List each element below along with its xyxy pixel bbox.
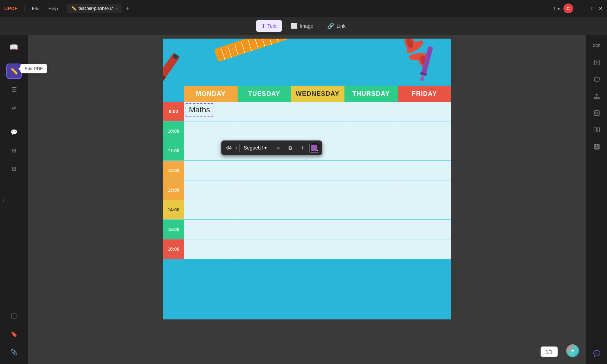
cell-9-thursday[interactable]	[344, 102, 398, 121]
sidebar-item-comment[interactable]: 💬	[6, 124, 22, 140]
main-layout: 📖 ✏️ ☰ ⇄ 💬 ⊞ ⊟ ◫ 🔖 📎 Edit PDF 64 ▾	[0, 35, 607, 364]
cell-12-thursday[interactable]	[344, 161, 398, 180]
canvas-area[interactable]: 64 ▾ SegoeUI ▾ ≡ B I	[28, 35, 586, 364]
text-tool-btn[interactable]: 𝐓 Text	[256, 20, 282, 32]
maximize-btn[interactable]: □	[592, 6, 594, 11]
sidebar-divider-1	[7, 59, 21, 59]
save-right-btn[interactable]	[590, 140, 603, 153]
cell-13-tuesday[interactable]	[238, 180, 291, 200]
cell-10-wednesday[interactable]	[291, 121, 344, 141]
cell-13-monday[interactable]	[184, 180, 238, 200]
share-btn[interactable]	[590, 90, 603, 102]
cell-14-tuesday[interactable]	[238, 200, 291, 219]
cell-9-monday[interactable]: Maths	[184, 102, 238, 121]
font-size-arrow[interactable]: ▾	[235, 146, 237, 150]
sidebar-item-compare[interactable]: ⊟	[6, 161, 22, 176]
link-tool-icon: 🔗	[327, 22, 334, 29]
sidebar-item-bookmark[interactable]: 🔖	[6, 326, 22, 342]
file-menu[interactable]: File	[29, 5, 42, 13]
bold-btn[interactable]: B	[285, 143, 295, 153]
time-cells-10	[184, 121, 451, 141]
cell-14-wednesday[interactable]	[291, 200, 344, 219]
close-btn[interactable]: ✕	[599, 6, 603, 11]
cell-13-thursday[interactable]	[344, 180, 398, 200]
cell-13-wednesday[interactable]	[291, 180, 344, 200]
align-btn[interactable]: ≡	[273, 143, 283, 153]
sidebar-divider-2	[7, 120, 21, 120]
cell-14-thursday[interactable]	[344, 200, 398, 219]
cell-10-friday[interactable]	[398, 121, 451, 141]
cell-16-friday[interactable]	[398, 239, 451, 259]
ai-assistant-btn[interactable]: ✦	[566, 344, 579, 357]
text-tool-label: Text	[267, 23, 277, 29]
italic-btn[interactable]: I	[297, 143, 307, 153]
cell-10-thursday[interactable]	[344, 121, 398, 141]
tab-close-btn[interactable]: ×	[116, 6, 118, 11]
font-size-value: 64	[224, 145, 234, 151]
svg-point-39	[596, 353, 597, 353]
font-name-arrow[interactable]: ▾	[264, 145, 267, 151]
sidebar-item-stamp[interactable]: ⊞	[6, 143, 22, 158]
user-avatar[interactable]: C	[563, 4, 573, 13]
cell-15-wednesday[interactable]	[291, 220, 344, 239]
sidebar-item-edit[interactable]: ✏️	[6, 64, 22, 79]
cell-12-tuesday[interactable]	[238, 161, 291, 180]
cell-15-tuesday[interactable]	[238, 220, 291, 239]
cell-13-friday[interactable]	[398, 180, 451, 200]
new-tab-btn[interactable]: +	[123, 5, 131, 12]
cell-15-friday[interactable]	[398, 220, 451, 239]
cell-12-wednesday[interactable]	[291, 161, 344, 180]
compress-btn[interactable]	[590, 107, 603, 119]
cell-9-tuesday[interactable]	[238, 102, 291, 121]
cell-10-tuesday[interactable]	[238, 121, 291, 141]
cell-9-wednesday[interactable]	[291, 102, 344, 121]
cell-10-monday[interactable]	[184, 121, 238, 141]
cell-16-wednesday[interactable]	[291, 239, 344, 259]
extract-btn[interactable]	[590, 56, 603, 69]
time-label-13: 13:00	[163, 180, 184, 200]
svg-point-38	[595, 353, 596, 353]
page-arrow-icon[interactable]: ▾	[557, 6, 560, 11]
cell-12-friday[interactable]	[398, 161, 451, 180]
svg-rect-37	[595, 147, 599, 148]
cell-16-thursday[interactable]	[344, 239, 398, 259]
svg-point-32	[596, 112, 598, 114]
cell-12-monday[interactable]	[184, 161, 238, 180]
tab-teacher-planner[interactable]: ✏️ teacher-planner-1* ×	[67, 4, 122, 13]
sidebar-item-read[interactable]: 📖	[6, 39, 22, 55]
protect-btn[interactable]	[590, 73, 603, 86]
color-btn[interactable]: ▾	[309, 143, 319, 153]
cell-15-thursday[interactable]	[344, 220, 398, 239]
sidebar-item-attachment[interactable]: 📎	[6, 344, 22, 360]
maths-text-cell[interactable]: Maths	[186, 103, 214, 117]
ocr-btn[interactable]: OCR	[590, 39, 603, 52]
help-menu[interactable]: Help	[46, 5, 61, 13]
time-row-14: 14:00	[163, 200, 451, 220]
cell-14-monday[interactable]	[184, 200, 238, 219]
cell-9-friday[interactable]	[398, 102, 451, 121]
cell-15-monday[interactable]	[184, 220, 238, 239]
minimize-btn[interactable]: —	[582, 6, 587, 11]
font-name-selector[interactable]: SegoeUI ▾	[242, 144, 269, 151]
italic-icon: I	[302, 145, 303, 151]
svg-rect-30	[594, 97, 599, 99]
cell-16-tuesday[interactable]	[238, 239, 291, 259]
sidebar-item-layers[interactable]: ◫	[6, 308, 22, 323]
time-cells-16	[184, 239, 451, 259]
time-row-12: 12:00	[163, 161, 451, 180]
sidebar-item-organize[interactable]: ☰	[6, 82, 22, 97]
text-tool-icon: 𝐓	[261, 23, 265, 29]
time-row-13: 13:00	[163, 180, 451, 200]
cell-16-monday[interactable]	[184, 239, 238, 259]
ai-right-btn[interactable]	[590, 347, 603, 360]
compare-right-btn[interactable]	[590, 124, 603, 136]
sidebar-item-convert[interactable]: ⇄	[6, 100, 22, 115]
image-tool-btn[interactable]: ⬜ Image	[285, 20, 319, 32]
link-tool-btn[interactable]: 🔗 Link	[322, 20, 351, 32]
edit-pdf-tooltip-text: Edit PDF	[25, 66, 43, 71]
day-friday: FRIDAY	[398, 86, 451, 102]
cell-14-friday[interactable]	[398, 200, 451, 219]
time-label-12: 12:00	[163, 161, 184, 180]
cell-11-thursday[interactable]	[344, 141, 398, 160]
cell-11-friday[interactable]	[398, 141, 451, 160]
